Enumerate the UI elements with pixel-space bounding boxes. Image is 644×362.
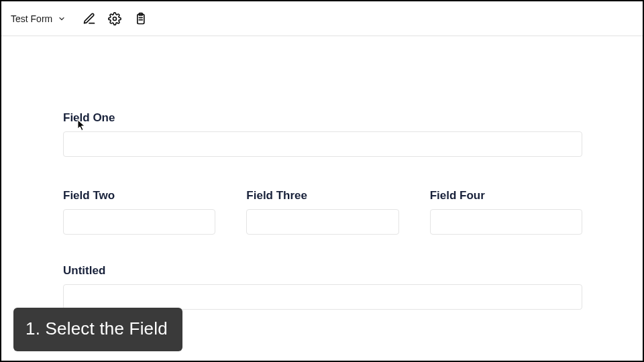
- clipboard-icon: [133, 12, 147, 25]
- clipboard-button[interactable]: [133, 11, 148, 26]
- field-label: Field One: [63, 111, 582, 125]
- chevron-down-icon: [58, 15, 66, 23]
- field-input-3[interactable]: [246, 209, 398, 235]
- toolbar-icons: [82, 11, 148, 26]
- app-frame: Test Form: [0, 0, 644, 362]
- field-input-2[interactable]: [63, 209, 215, 235]
- field-label: Field Three: [246, 189, 398, 202]
- field-label: Field Four: [430, 189, 582, 202]
- field-label: Untitled: [63, 264, 582, 278]
- field-label: Field Two: [63, 189, 215, 202]
- field-input-5[interactable]: [63, 284, 582, 310]
- field-block-4: Field Four: [430, 189, 582, 235]
- field-block-3: Field Three: [246, 189, 398, 235]
- toolbar: Test Form: [1, 1, 643, 36]
- form-title-dropdown[interactable]: Test Form: [11, 13, 66, 24]
- field-input-1[interactable]: [63, 131, 582, 157]
- gear-icon: [108, 12, 121, 25]
- settings-button[interactable]: [107, 11, 122, 26]
- edit-button[interactable]: [82, 11, 97, 26]
- field-row: Field Two Field Three Field Four: [63, 189, 582, 235]
- field-block-1: Field One: [63, 111, 582, 157]
- field-input-4[interactable]: [430, 209, 582, 235]
- pencil-icon: [83, 12, 96, 25]
- field-block-5: Untitled: [63, 264, 582, 310]
- svg-point-0: [113, 17, 117, 20]
- instruction-caption: 1. Select the Field: [13, 308, 182, 351]
- form-title: Test Form: [11, 13, 52, 24]
- field-block-2: Field Two: [63, 189, 215, 235]
